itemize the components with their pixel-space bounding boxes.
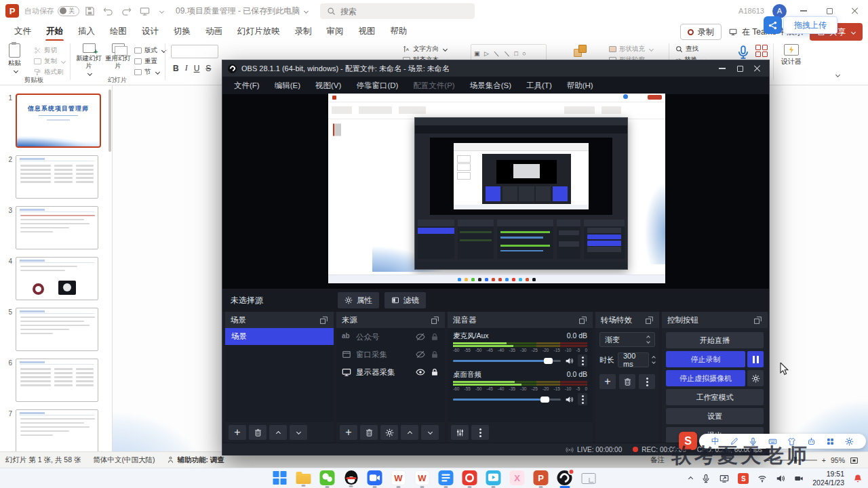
dictate-mic-icon[interactable] bbox=[736, 43, 751, 61]
notes-button[interactable]: 备注 bbox=[650, 455, 665, 465]
zoom-level[interactable]: 95% bbox=[831, 456, 845, 464]
obs-menu-配置文件(P)[interactable]: 配置文件(P) bbox=[406, 77, 462, 94]
qat-customize-chevron[interactable] bbox=[159, 8, 164, 13]
new-slide-button[interactable]: 新建幻灯片 bbox=[76, 43, 102, 75]
taskbar-wps-word[interactable]: W bbox=[391, 470, 407, 488]
stop-virtual-camera-button[interactable]: 停止虚拟摄像机 bbox=[666, 370, 745, 386]
volume-slider-knob[interactable] bbox=[540, 396, 549, 403]
taskbar-tencent-meeting[interactable] bbox=[367, 470, 383, 488]
lock-icon[interactable] bbox=[430, 350, 439, 359]
source-properties-button[interactable] bbox=[380, 425, 398, 440]
search-bar[interactable] bbox=[320, 3, 475, 19]
scene-up-button[interactable] bbox=[269, 425, 287, 440]
transition-type-select[interactable]: 渐变 bbox=[599, 332, 655, 347]
volume-slider[interactable] bbox=[453, 360, 561, 362]
lock-icon[interactable] bbox=[430, 367, 439, 377]
tab-帮助[interactable]: 帮助 bbox=[383, 22, 415, 41]
slide-thumbnail-5[interactable] bbox=[16, 308, 98, 351]
taskbar-windows-start[interactable] bbox=[272, 470, 288, 487]
save-icon[interactable] bbox=[85, 6, 95, 16]
cut-button[interactable]: 剪切 bbox=[34, 46, 57, 55]
cloud-upload-icon[interactable] bbox=[764, 16, 782, 34]
source-up-button[interactable] bbox=[401, 425, 418, 440]
popout-icon[interactable] bbox=[319, 316, 328, 325]
remove-transition-button[interactable] bbox=[619, 374, 635, 389]
copy-button[interactable]: 复制 bbox=[34, 57, 65, 66]
undo-icon[interactable] bbox=[103, 6, 113, 16]
clock[interactable]: 19:512024/1/23 bbox=[812, 470, 844, 487]
stop-recording-button[interactable]: 停止录制 bbox=[666, 351, 745, 367]
add-source-button[interactable]: + bbox=[340, 425, 357, 440]
channel-menu-button[interactable] bbox=[578, 354, 587, 367]
toolbox-icon[interactable] bbox=[826, 437, 835, 446]
obs-close-button[interactable] bbox=[749, 61, 766, 76]
redo-icon[interactable] bbox=[121, 6, 132, 16]
tab-幻灯片放映[interactable]: 幻灯片放映 bbox=[230, 22, 288, 41]
speaker-icon[interactable] bbox=[565, 357, 574, 365]
taskbar-qq[interactable] bbox=[343, 470, 359, 487]
taskbar-wps-ppt[interactable]: W bbox=[414, 470, 431, 488]
add-scene-button[interactable]: + bbox=[229, 425, 246, 440]
autosave-toggle[interactable]: 自动保存 关 bbox=[24, 6, 79, 16]
remove-source-button[interactable] bbox=[360, 425, 378, 440]
tray-expand-chevron[interactable] bbox=[688, 476, 693, 481]
obs-maximize-button[interactable] bbox=[731, 61, 749, 76]
slide-thumbnail-1[interactable]: 信息系统项目管理师 bbox=[16, 94, 101, 148]
source-down-button[interactable] bbox=[421, 425, 439, 440]
remove-scene-button[interactable] bbox=[249, 425, 267, 440]
tray-cast-icon[interactable] bbox=[719, 474, 729, 483]
popout-icon[interactable] bbox=[753, 316, 762, 325]
underline-button[interactable]: U bbox=[194, 64, 200, 73]
tab-动画[interactable]: 动画 bbox=[198, 22, 230, 41]
lock-icon[interactable] bbox=[430, 332, 439, 342]
tab-录制[interactable]: 录制 bbox=[288, 22, 319, 41]
arrange-icon[interactable] bbox=[574, 45, 589, 60]
camera-icon[interactable] bbox=[794, 474, 804, 483]
autosave-pill[interactable]: 关 bbox=[58, 6, 79, 16]
volume-slider[interactable] bbox=[453, 399, 561, 401]
record-button[interactable]: 录制 bbox=[680, 24, 722, 40]
popout-icon[interactable] bbox=[645, 316, 654, 325]
taskbar-tencent-video[interactable] bbox=[486, 470, 502, 488]
volume-slider-knob[interactable] bbox=[544, 358, 553, 364]
tab-绘图[interactable]: 绘图 bbox=[102, 22, 134, 41]
notification-bell-icon[interactable] bbox=[853, 474, 863, 483]
accessibility-status[interactable]: 辅助功能: 调查 bbox=[177, 455, 224, 465]
source-item-显示器采集[interactable]: 显示器采集 bbox=[336, 363, 445, 381]
obs-menu-工具(T)[interactable]: 工具(T) bbox=[519, 77, 559, 94]
taskbar-obs[interactable] bbox=[557, 470, 573, 488]
slide-thumbnail-3[interactable] bbox=[16, 206, 98, 249]
shape-fill-button[interactable]: 形状填充 bbox=[609, 45, 653, 54]
studio-mode-button[interactable]: 工作室模式 bbox=[666, 389, 764, 405]
source-item-窗口采集[interactable]: 窗口采集 bbox=[336, 346, 445, 363]
volume-icon[interactable] bbox=[776, 474, 785, 483]
taskbar-file-explorer[interactable] bbox=[296, 470, 312, 487]
reset-button[interactable]: 重置 bbox=[134, 57, 157, 66]
tab-文件[interactable]: 文件 bbox=[7, 22, 39, 41]
taskbar-powerpoint[interactable]: P bbox=[533, 470, 549, 488]
taskbar-cctalk[interactable] bbox=[462, 470, 478, 488]
tab-设计[interactable]: 设计 bbox=[134, 22, 166, 41]
obs-menu-编辑(E)[interactable]: 编辑(E) bbox=[267, 77, 308, 94]
scene-down-button[interactable] bbox=[290, 425, 307, 440]
properties-button[interactable]: 属性 bbox=[338, 292, 379, 308]
tab-插入[interactable]: 插入 bbox=[71, 22, 102, 41]
obs-menu-场景集合(S)[interactable]: 场景集合(S) bbox=[462, 77, 519, 94]
ppt-close-button[interactable] bbox=[846, 3, 864, 18]
layout-button[interactable]: 版式 bbox=[134, 46, 165, 55]
taskbar-tencent-docs[interactable] bbox=[438, 470, 454, 488]
design-ideas-icon[interactable] bbox=[755, 45, 768, 58]
taskbar-capcut[interactable]: X bbox=[509, 470, 526, 488]
obs-menu-帮助(H)[interactable]: 帮助(H) bbox=[559, 77, 601, 94]
taskbar-screen-cast[interactable] bbox=[580, 470, 597, 487]
reuse-slides-button[interactable]: 重用幻灯片 bbox=[105, 43, 131, 70]
tray-sogou-icon[interactable]: S bbox=[738, 473, 749, 484]
duration-input[interactable]: 300 ms bbox=[618, 352, 649, 367]
paste-button[interactable]: 粘贴 bbox=[8, 43, 21, 73]
popout-icon[interactable] bbox=[431, 316, 439, 325]
document-title[interactable]: 09.项目质量管理 - 已保存到此电脑 bbox=[176, 5, 308, 17]
slide-thumbnail-6[interactable] bbox=[16, 359, 98, 402]
advanced-audio-button[interactable] bbox=[451, 425, 469, 440]
tray-mic-icon[interactable] bbox=[701, 474, 711, 483]
slide-thumbnail-2[interactable] bbox=[16, 155, 98, 199]
